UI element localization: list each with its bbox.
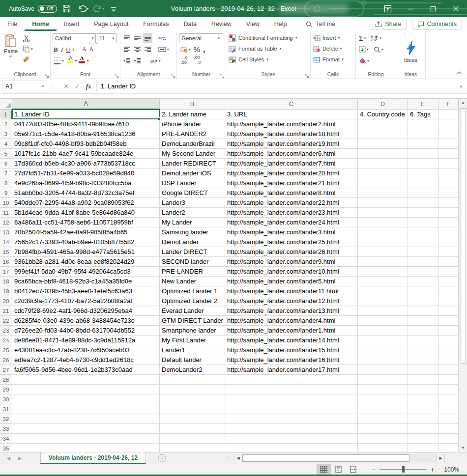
cell-E12[interactable] [408, 218, 438, 227]
cell-D21[interactable] [358, 306, 408, 316]
underline-dropdown-icon[interactable]: ▾ [72, 48, 74, 52]
cell-A11[interactable]: 5b1d4eae-9dda-41bf-8abe-5e864d86a840 [12, 208, 160, 218]
cell-A21[interactable]: cdc79f28-69e2-4af1-966d-d3206295eba4 [12, 306, 160, 316]
cell-D28[interactable] [358, 375, 408, 385]
font-color-dropdown-icon[interactable]: ▾ [87, 59, 89, 63]
autosave-toggle[interactable]: AutoSave Off [9, 5, 57, 13]
cell-D13[interactable] [358, 227, 408, 237]
format-painter-button[interactable] [22, 54, 34, 64]
cell-D31[interactable] [358, 404, 408, 414]
cell-D1[interactable]: 4. Country code [358, 110, 408, 119]
cell-E13[interactable] [408, 227, 438, 237]
cell-B6[interactable]: Lander REDIRECT [160, 159, 225, 168]
cell-A22[interactable]: d6285f4e-03e0-439e-ab68-3488454e723e [12, 316, 160, 326]
top-align-button[interactable] [122, 33, 132, 43]
scroll-right-icon[interactable]: ▶ [437, 454, 445, 462]
tab-view[interactable]: View [239, 17, 267, 31]
view-page-layout-button[interactable] [331, 464, 346, 475]
cell-E22[interactable] [408, 316, 438, 326]
cell-F21[interactable] [438, 306, 459, 316]
cell-E3[interactable] [408, 129, 438, 139]
user-account[interactable] [279, 4, 348, 13]
cell-B35[interactable] [160, 444, 225, 452]
alignment-dialog-launcher-icon[interactable] [171, 73, 175, 78]
cell-F9[interactable] [438, 188, 459, 198]
row-header-24[interactable]: 24 [0, 336, 12, 345]
cell-B16[interactable]: SECOND lander [160, 257, 225, 267]
cell-B3[interactable]: PRE-LANDER2 [160, 129, 225, 139]
cell-F14[interactable] [438, 237, 459, 247]
zoom-out-button[interactable]: − [372, 466, 376, 474]
tabbar-splitter-handle[interactable]: ⋮ [225, 457, 230, 459]
cell-B7[interactable]: DemoLander iOS [160, 168, 225, 178]
cell-F24[interactable] [438, 336, 459, 345]
cell-B5[interactable]: My Second Lander [160, 149, 225, 159]
cell-C5[interactable]: http://sample_lander.com/lander6.html [225, 149, 358, 159]
cell-A10[interactable]: 540ddc07-2295-44a8-a902-9ca089053f62 [12, 198, 160, 208]
insert-cells-button[interactable]: Insert▾ [311, 32, 355, 43]
cell-A17[interactable]: 999ef41f-5da0-49b7-95f4-492064ca5cd3 [12, 267, 160, 277]
cell-C11[interactable]: http://sample_lander.com/lander23.html [225, 208, 358, 218]
cell-E10[interactable] [408, 198, 438, 208]
cell-B2[interactable]: iPhone lander [160, 119, 225, 129]
cell-B13[interactable]: Samsung lander [160, 227, 225, 237]
cell-D5[interactable] [358, 149, 408, 159]
share-button[interactable]: Share [370, 19, 407, 29]
cell-A18[interactable]: 9ca65bca-bbf8-4618-92b3-c1a45a35fd0e [12, 277, 160, 286]
cell-D34[interactable] [358, 434, 408, 444]
column-header-C[interactable]: C [225, 99, 358, 110]
cell-F20[interactable] [438, 296, 459, 306]
collapse-ribbon-icon[interactable] [457, 70, 462, 76]
sheet-nav-left-icon[interactable]: ◀ [7, 456, 10, 461]
cut-button[interactable] [22, 33, 34, 44]
cell-D25[interactable] [358, 345, 408, 355]
font-dialog-launcher-icon[interactable] [115, 73, 119, 78]
cell-F30[interactable] [438, 394, 459, 404]
autosum-button[interactable]: Σ▾ [358, 33, 367, 43]
fill-button[interactable]: ▾ [358, 44, 370, 55]
row-header-10[interactable]: 10 [0, 198, 12, 208]
increase-indent-button[interactable] [133, 56, 142, 66]
format-as-table-button[interactable]: Format as Table▾ [226, 43, 310, 54]
cell-C2[interactable]: http://sample_lander.com/lander2.html [225, 119, 358, 129]
tab-insert[interactable]: Insert [57, 17, 87, 31]
cell-E25[interactable] [408, 345, 438, 355]
cell-E27[interactable] [408, 365, 438, 375]
cell-E33[interactable] [408, 424, 438, 434]
cell-F26[interactable] [438, 355, 459, 365]
row-header-25[interactable]: 25 [0, 345, 12, 355]
number-format-select[interactable]: General▾ [179, 33, 222, 43]
cell-E35[interactable] [408, 444, 438, 452]
align-right-button[interactable] [143, 44, 152, 55]
cell-F2[interactable] [438, 119, 459, 129]
zoom-slider[interactable] [379, 469, 427, 470]
cell-E23[interactable] [408, 326, 438, 336]
cell-E1[interactable]: 6. Tags [408, 110, 438, 119]
cell-E17[interactable] [408, 267, 438, 277]
row-header-12[interactable]: 12 [0, 218, 12, 227]
tab-home[interactable]: Home [25, 17, 57, 31]
cell-E15[interactable] [408, 247, 438, 257]
cell-B34[interactable] [160, 434, 225, 444]
column-header-A[interactable]: A [12, 99, 160, 110]
name-box-dropdown-icon[interactable]: ▾ [42, 84, 44, 88]
cell-F31[interactable] [438, 404, 459, 414]
tab-formulas[interactable]: Formulas [136, 17, 176, 31]
cell-B14[interactable]: DemoLander [160, 237, 225, 247]
cell-C10[interactable]: http://sample_lander.com/lander22.html [225, 198, 358, 208]
row-header-27[interactable]: 27 [0, 365, 12, 375]
cell-D15[interactable] [358, 247, 408, 257]
cell-D8[interactable] [358, 178, 408, 188]
maximize-button[interactable] [422, 0, 444, 17]
cell-C23[interactable]: http://sample_lander.com/lander1.html [225, 326, 358, 336]
enter-icon[interactable]: ✓ [75, 83, 80, 90]
cell-A6[interactable]: 17d360cd-b5eb-4c30-a906-a773b53718cc [12, 159, 160, 168]
cell-D4[interactable] [358, 139, 408, 149]
zoom-slider-thumb[interactable] [402, 466, 405, 473]
cell-C6[interactable]: http://sample_lander.com/lander7.html [225, 159, 358, 168]
cell-F35[interactable] [438, 444, 459, 452]
cell-E29[interactable] [408, 385, 438, 394]
cell-A34[interactable] [12, 434, 160, 444]
cell-A12[interactable]: 6a486a11-cc51-4758-aeb6-1105718959bf [12, 218, 160, 227]
comma-style-button[interactable]: , [202, 44, 206, 55]
